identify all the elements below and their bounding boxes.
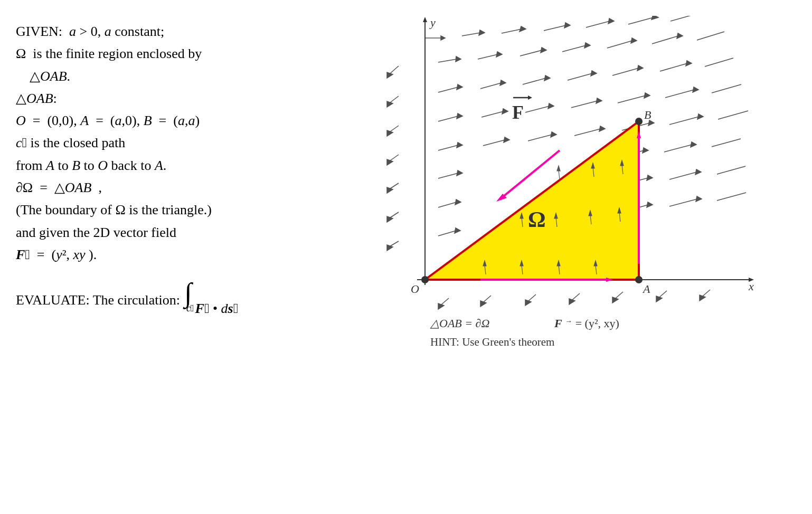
point-B [635,118,643,125]
omega-line: Ω is the finite region enclosed by [16,43,311,64]
boundary-line: (The boundary of Ω is the triangle.) [16,199,311,221]
label-A: A [642,282,650,296]
integral-expression: ∫ c⃗ F⃗ • ds⃗ [184,281,238,319]
triangle-colon-line: △OAB: [16,88,311,109]
point-O [421,276,429,283]
left-panel: GIVEN: a > 0, a constant; Ω is the finit… [16,16,311,503]
origin-label: O [411,282,419,296]
partial-line: ∂Ω = △OAB , [16,177,311,198]
omega-label: Ω [528,207,546,232]
label-B: B [644,108,651,121]
y-axis-label: y [429,16,436,29]
hint-text: HINT: Use Green's theorem [430,336,554,348]
bottom-eq2: F → = (y², xy) [554,317,619,330]
F-vec-line: F⃗ = (y², xy ). [16,244,311,265]
point-A [635,276,643,283]
bottom-eq1: △OAB = ∂Ω [430,317,489,330]
coords-line: O = (0,0), A = (a,0), B = (a,a) [16,110,311,131]
given-line: GIVEN: a > 0, a constant; [16,21,311,42]
right-panel: y x O Ω B A F [311,16,801,503]
evaluate-label: EVALUATE: The circulation: [16,290,180,311]
c-vec-line: c⃗ is the closed path [16,132,311,154]
triangle-oab-line: △OAB. [16,66,311,87]
from-line: from A to B to O back to A. [16,155,311,176]
and-line: and given the 2D vector field [16,222,311,243]
F-label: F [512,102,524,123]
x-axis-label: x [748,280,754,293]
diagram-svg: y x O Ω B A F [327,16,760,396]
evaluate-line: EVALUATE: The circulation: ∫ c⃗ F⃗ • ds⃗ [16,281,311,319]
